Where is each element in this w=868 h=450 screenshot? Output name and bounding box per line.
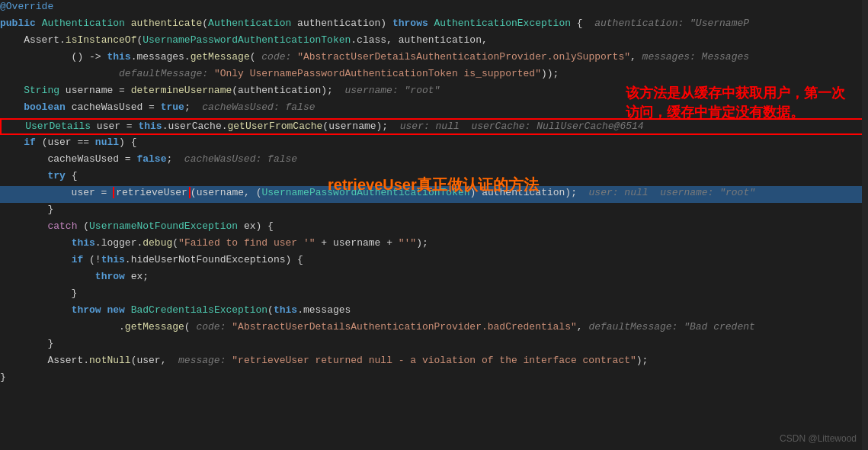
annotation-retrieve-user-note: retrieveUser真正做认证的方法	[328, 174, 539, 195]
line-content-21: }	[0, 338, 868, 349]
line-content-5: defaultMessage: "Only UsernamePasswordAu…	[0, 68, 868, 79]
code-line-1: @Override	[0, 0, 868, 17]
line-content-20: .getMessage( code: "AbstractUserDetailsA…	[0, 321, 868, 333]
code-line-5: defaultMessage: "Only UsernamePasswordAu…	[0, 67, 868, 84]
line-content-10: cacheWasUsed = false; cacheWasUsed: fals…	[0, 153, 868, 165]
code-line-2: public Authentication authenticate(Authe…	[0, 17, 868, 34]
line-content-3: Assert.isInstanceOf(UsernamePasswordAuth…	[0, 34, 868, 46]
code-line-10: cacheWasUsed = false; cacheWasUsed: fals…	[0, 153, 868, 169]
code-line-4: () -> this.messages.getMessage( code: "A…	[0, 50, 868, 67]
line-content-16: if (!this.hideUserNotFoundExceptions) {	[0, 254, 868, 265]
code-line-13: }	[0, 203, 868, 220]
line-content-19: throw new BadCredentialsException(this.m…	[0, 304, 868, 316]
code-line-14: catch (UsernameNotFoundException ex) {	[0, 220, 868, 236]
code-container: @Override public Authentication authenti…	[0, 0, 868, 450]
line-content-4: () -> this.messages.getMessage( code: "A…	[0, 51, 868, 63]
line-content-18: }	[0, 288, 868, 299]
code-line-20: .getMessage( code: "AbstractUserDetailsA…	[0, 320, 868, 337]
line-content-14: catch (UsernameNotFoundException ex) {	[0, 220, 868, 232]
watermark: CSDN @Littewood	[780, 433, 857, 444]
line-content-17: throw ex;	[0, 271, 868, 282]
line-content-15: this.logger.debug("Failed to find user '…	[0, 237, 868, 249]
annotation-cache-note: 该方法是从缓存中获取用户，第一次访问，缓存中肯定没有数据。	[626, 84, 845, 122]
code-line-3: Assert.isInstanceOf(UsernamePasswordAuth…	[0, 34, 868, 50]
code-line-17: throw ex;	[0, 270, 868, 287]
line-content-2: public Authentication authenticate(Authe…	[0, 18, 868, 29]
code-line-19: throw new BadCredentialsException(this.m…	[0, 304, 868, 320]
line-content-1: @Override	[0, 1, 868, 12]
line-content-23: }	[0, 371, 868, 383]
code-line-21: }	[0, 337, 868, 354]
line-content-13: }	[0, 204, 868, 215]
code-line-9: if (user == null) {	[0, 136, 868, 153]
code-line-22: Assert.notNull(user, message: "retrieveU…	[0, 354, 868, 371]
line-content-9: if (user == null) {	[0, 137, 868, 148]
scrollbar[interactable]	[862, 0, 868, 450]
code-line-16: if (!this.hideUserNotFoundExceptions) {	[0, 253, 868, 270]
code-line-15: this.logger.debug("Failed to find user '…	[0, 236, 868, 253]
code-line-18: }	[0, 287, 868, 304]
code-line-23: }	[0, 371, 868, 387]
line-content-22: Assert.notNull(user, message: "retrieveU…	[0, 355, 868, 366]
